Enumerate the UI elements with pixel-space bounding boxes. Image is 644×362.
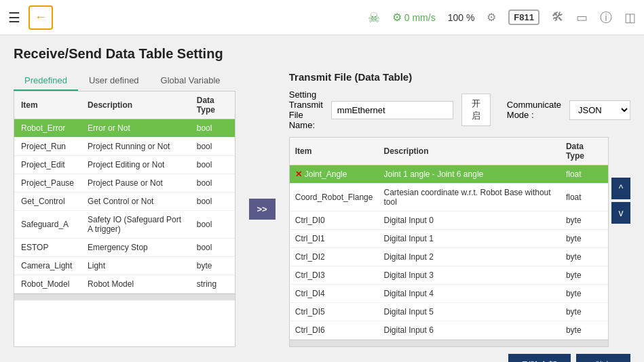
- col-datatype: Data Type: [190, 92, 235, 119]
- cell-description: Safety IO (Safeguard Port A trigger): [81, 211, 190, 239]
- table-row[interactable]: Ctrl_DI1 Digital Input 1 byte: [290, 230, 608, 248]
- cell-description: Error or Not: [81, 119, 190, 138]
- cell-item: ✕Joint_Angle: [290, 165, 379, 184]
- tab-global-variable[interactable]: Global Variable: [150, 71, 231, 91]
- cell-item: Project_Pause: [14, 174, 81, 193]
- cell-description: Robot Model: [81, 275, 190, 294]
- cell-description: Digital Input 4: [378, 285, 560, 303]
- table-row[interactable]: Ctrl_DI6 Digital Input 6 byte: [290, 321, 608, 340]
- cell-description: Digital Input 2: [378, 248, 560, 266]
- percent-display: 100 %: [448, 12, 475, 23]
- table-row[interactable]: Project_Edit Project Editing or Not bool: [14, 156, 235, 174]
- tabs: Predefined User defined Global Variable: [14, 71, 235, 91]
- file-name-input[interactable]: [331, 101, 453, 119]
- tab-user-defined[interactable]: User defined: [78, 71, 150, 91]
- tab-predefined[interactable]: Predefined: [14, 71, 78, 91]
- cell-item: Safeguard_A: [14, 211, 81, 239]
- cell-description: Digital Input 3: [378, 266, 560, 285]
- tcol-item: Item: [290, 138, 379, 165]
- cell-type: float: [561, 165, 608, 184]
- monitor-icon[interactable]: ▭: [576, 10, 588, 25]
- transmit-scroll-h[interactable]: [290, 340, 608, 346]
- delete-all-button[interactable]: 刪除全部: [508, 354, 571, 362]
- person-icon: ☠: [368, 9, 380, 26]
- menu-icon[interactable]: ☰: [8, 9, 20, 26]
- communicate-label: Communicate Mode :: [507, 100, 561, 120]
- cell-type: string: [190, 275, 235, 294]
- main-content: Receive/Send Data Table Setting Predefin…: [0, 35, 644, 362]
- cell-type: bool: [190, 239, 235, 257]
- table-row[interactable]: Robot_Error Error or Not bool: [14, 119, 235, 138]
- cell-type: byte: [561, 303, 608, 321]
- transmit-left: Item Description Data Type ✕Joint_Angle …: [289, 137, 609, 347]
- col-item: Item: [14, 92, 81, 119]
- table-row[interactable]: Ctrl_DI0 Digital Input 0 byte: [290, 212, 608, 230]
- cell-type: byte: [561, 230, 608, 248]
- table-row[interactable]: ESTOP Emergency Stop bool: [14, 239, 235, 257]
- transmit-title: Transmit File (Data Table): [289, 71, 630, 83]
- transmit-table-container: Item Description Data Type ✕Joint_Angle …: [289, 137, 609, 347]
- communicate-select[interactable]: JSON XML CSV: [569, 100, 630, 120]
- nav-buttons: ^ v: [611, 178, 630, 347]
- cell-description: Project Pause or Not: [81, 174, 190, 193]
- cell-item: Camera_Light: [14, 257, 81, 275]
- cell-description: Project Running or Not: [81, 138, 190, 156]
- layout-icon[interactable]: ◫: [624, 10, 636, 25]
- transmit-controls: Setting Transmit File Name: 开启 Communica…: [289, 89, 630, 130]
- cell-item: Coord_Robot_Flange: [290, 184, 379, 212]
- start-button[interactable]: 开启: [461, 94, 491, 126]
- cell-item: Ctrl_DI0: [290, 212, 379, 230]
- speed-icon: ⚙: [392, 11, 402, 24]
- cell-item: Ctrl_DI5: [290, 303, 379, 321]
- cell-description: Project Editing or Not: [81, 156, 190, 174]
- cell-description: Get Control or Not: [81, 193, 190, 211]
- cell-type: bool: [190, 211, 235, 239]
- status-area: ☠ ⚙ 0 mm/s 100 % ⚙ F811 🛠 ▭ ⓘ ◫: [368, 9, 636, 26]
- cell-item: Ctrl_DI3: [290, 266, 379, 285]
- table-row[interactable]: Get_Control Get Control or Not bool: [14, 193, 235, 211]
- table-row[interactable]: Coord_Robot_Flange Cartesian coordinate …: [290, 184, 608, 212]
- right-panel: Transmit File (Data Table) Setting Trans…: [289, 71, 630, 347]
- cell-item: Robot_Error: [14, 119, 81, 138]
- table-row[interactable]: Ctrl_DI2 Digital Input 2 byte: [290, 248, 608, 266]
- cell-type: bool: [190, 138, 235, 156]
- save-button[interactable]: 儲存: [576, 354, 630, 362]
- table-row[interactable]: Robot_Model Robot Model string: [14, 275, 235, 294]
- transmit-table-area: Item Description Data Type ✕Joint_Angle …: [289, 137, 630, 347]
- cell-type: bool: [190, 119, 235, 138]
- cell-item: ESTOP: [14, 239, 81, 257]
- table-row[interactable]: Safeguard_A Safety IO (Safeguard Port A …: [14, 211, 235, 239]
- content-area: Predefined User defined Global Variable …: [14, 71, 630, 347]
- cell-type: byte: [561, 285, 608, 303]
- bottom-buttons: 刪除全部 儲存: [14, 354, 630, 362]
- cell-description: Digital Input 1: [378, 230, 560, 248]
- cell-type: bool: [190, 174, 235, 193]
- fcode-display: F811: [508, 9, 539, 25]
- cell-type: byte: [561, 321, 608, 340]
- transmit-data-table: Item Description Data Type ✕Joint_Angle …: [290, 138, 608, 340]
- table-row[interactable]: Project_Pause Project Pause or Not bool: [14, 174, 235, 193]
- table-row[interactable]: Ctrl_DI5 Digital Input 5 byte: [290, 303, 608, 321]
- speed-value: 0 mm/s: [404, 12, 436, 23]
- back-button[interactable]: ←: [29, 5, 53, 30]
- left-scroll-h[interactable]: [14, 294, 235, 300]
- table-row[interactable]: ✕Joint_Angle Joint 1 angle - Joint 6 ang…: [290, 165, 608, 184]
- table-row[interactable]: Ctrl_DI4 Digital Input 4 byte: [290, 285, 608, 303]
- transfer-button[interactable]: >>: [249, 199, 276, 220]
- cell-item: Ctrl_DI1: [290, 230, 379, 248]
- cell-description: Joint 1 angle - Joint 6 angle: [378, 165, 560, 184]
- down-button[interactable]: v: [611, 202, 630, 224]
- page-title: Receive/Send Data Table Setting: [14, 46, 630, 62]
- cell-type: byte: [561, 248, 608, 266]
- up-button[interactable]: ^: [611, 178, 630, 199]
- robot-icon[interactable]: 🛠: [552, 10, 564, 24]
- cell-item: Ctrl_DI4: [290, 285, 379, 303]
- table-row[interactable]: Camera_Light Light byte: [14, 257, 235, 275]
- table-row[interactable]: Ctrl_DI3 Digital Input 3 byte: [290, 266, 608, 285]
- table-row[interactable]: Project_Run Project Running or Not bool: [14, 138, 235, 156]
- cell-description: Light: [81, 257, 190, 275]
- info-icon[interactable]: ⓘ: [600, 9, 612, 26]
- cell-item: Get_Control: [14, 193, 81, 211]
- cell-type: byte: [561, 212, 608, 230]
- cell-type: bool: [190, 156, 235, 174]
